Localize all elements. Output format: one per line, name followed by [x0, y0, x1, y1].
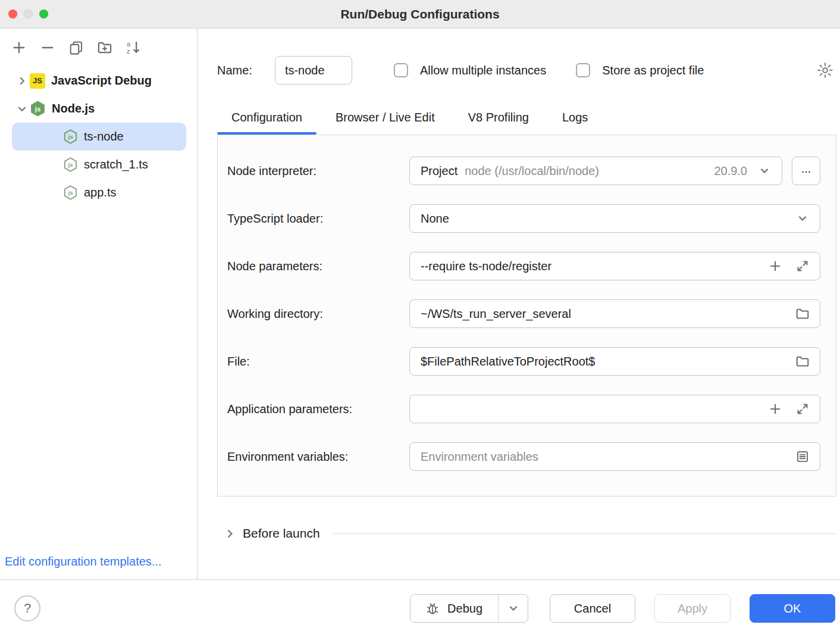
- application-parameters-label: Application parameters:: [227, 402, 409, 416]
- application-parameters-input[interactable]: [409, 395, 820, 423]
- node-interpreter-more-button[interactable]: ...: [792, 157, 820, 185]
- configurations-sidebar: az JS JavaScript Debug js: [0, 29, 198, 579]
- add-configuration-button[interactable]: [7, 37, 31, 58]
- before-launch-section[interactable]: Before launch: [217, 526, 836, 541]
- nodejs-config-icon: js: [63, 185, 78, 201]
- dialog-footer: ? Debug Cancel Apply OK: [0, 579, 840, 637]
- configuration-form-panel: Node interpreter: Project node (/usr/loc…: [217, 135, 836, 497]
- tree-item-app-ts[interactable]: js app.ts: [0, 179, 197, 207]
- close-button[interactable]: [8, 10, 17, 18]
- node-interpreter-version: 20.9.0: [714, 164, 747, 178]
- tree-item-ts-node[interactable]: js ts-node: [12, 123, 186, 151]
- chevron-down-icon[interactable]: [792, 208, 813, 229]
- configurations-tree: JS JavaScript Debug js Node.js js: [0, 67, 197, 207]
- apply-button: Apply: [654, 594, 731, 623]
- typescript-loader-dropdown[interactable]: None: [409, 204, 820, 233]
- bug-icon: [425, 601, 440, 616]
- dialog-body: az JS JavaScript Debug js: [0, 29, 840, 579]
- edit-configuration-templates-link[interactable]: Edit configuration templates...: [5, 554, 165, 570]
- working-directory-label: Working directory:: [227, 307, 409, 321]
- name-row: Name: Allow multiple instances Store as …: [217, 56, 836, 85]
- typescript-loader-value: None: [421, 212, 449, 226]
- node-parameters-input[interactable]: --require ts-node/register: [409, 252, 820, 280]
- chevron-down-icon: [507, 602, 519, 614]
- nodejs-config-icon: js: [63, 157, 78, 173]
- add-macro-icon[interactable]: [765, 399, 785, 419]
- debug-options-chevron[interactable]: [498, 595, 528, 622]
- store-as-project-file-option[interactable]: Store as project file: [576, 63, 704, 77]
- copy-configuration-button[interactable]: [64, 37, 88, 58]
- node-parameters-value: --require ts-node/register: [421, 260, 551, 273]
- folder-browse-icon[interactable]: [792, 351, 813, 371]
- allow-multiple-instances-label: Allow multiple instances: [420, 64, 546, 77]
- traffic-lights: [8, 0, 48, 28]
- tab-logs[interactable]: Logs: [548, 111, 602, 135]
- allow-multiple-instances-option[interactable]: Allow multiple instances: [394, 63, 546, 77]
- store-settings-gear-button[interactable]: [816, 61, 834, 79]
- svg-text:a: a: [127, 40, 130, 48]
- new-folder-icon: [97, 40, 112, 55]
- debug-button-label: Debug: [447, 602, 482, 616]
- zoom-button[interactable]: [39, 10, 48, 18]
- javascript-icon: JS: [30, 73, 45, 89]
- svg-text:z: z: [127, 48, 130, 55]
- expand-editor-icon[interactable]: [792, 399, 813, 419]
- tree-item-nodejs[interactable]: js Node.js: [0, 95, 197, 123]
- help-button[interactable]: ?: [14, 595, 40, 622]
- environment-variables-input[interactable]: [421, 450, 785, 464]
- svg-text:js: js: [67, 133, 73, 140]
- sort-configurations-button[interactable]: az: [121, 37, 145, 58]
- file-value: $FilePathRelativeToProjectRoot$: [421, 355, 595, 369]
- file-label: File:: [227, 355, 409, 369]
- section-divider: [333, 533, 836, 534]
- ok-button[interactable]: OK: [750, 594, 835, 623]
- debug-button[interactable]: Debug: [410, 595, 498, 622]
- tree-item-javascript-debug[interactable]: JS JavaScript Debug: [0, 67, 197, 95]
- run-debug-configurations-dialog: Run/Debug Configurations az: [0, 0, 840, 637]
- tree-item-label: Node.js: [52, 102, 95, 115]
- tab-browser-live-edit[interactable]: Browser / Live Edit: [321, 111, 449, 135]
- name-input[interactable]: [275, 56, 352, 85]
- folder-browse-icon[interactable]: [792, 304, 813, 324]
- chevron-down-icon[interactable]: [754, 161, 775, 181]
- cancel-button[interactable]: Cancel: [550, 594, 635, 623]
- working-directory-value: ~/WS/ts_run_server_several: [421, 307, 571, 321]
- chevron-right-icon[interactable]: [224, 528, 236, 539]
- svg-text:js: js: [67, 161, 73, 168]
- before-launch-label: Before launch: [243, 526, 320, 541]
- svg-text:js: js: [67, 189, 73, 196]
- typescript-loader-row: TypeScript loader: None: [227, 204, 820, 233]
- tree-item-label: JavaScript Debug: [51, 74, 152, 88]
- help-label: ?: [24, 601, 31, 616]
- edit-variables-icon[interactable]: [792, 446, 813, 467]
- remove-configuration-button[interactable]: [36, 37, 59, 58]
- debug-split-button: Debug: [410, 594, 528, 623]
- expand-editor-icon[interactable]: [792, 256, 813, 276]
- add-macro-icon[interactable]: [765, 256, 785, 276]
- minus-icon: [40, 40, 55, 55]
- typescript-loader-label: TypeScript loader:: [227, 212, 409, 226]
- name-label: Name:: [217, 64, 252, 77]
- tree-item-label: ts-node: [84, 130, 124, 143]
- configuration-tabs: Configuration Browser / Live Edit V8 Pro…: [217, 111, 836, 135]
- tree-item-scratch-1-ts[interactable]: js scratch_1.ts: [0, 151, 197, 179]
- node-interpreter-combobox[interactable]: Project node (/usr/local/bin/node) 20.9.…: [409, 157, 782, 185]
- tab-configuration[interactable]: Configuration: [217, 111, 316, 135]
- chevron-right-icon[interactable]: [14, 76, 30, 86]
- node-parameters-label: Node parameters:: [227, 260, 409, 273]
- window-title: Run/Debug Configurations: [340, 7, 499, 21]
- working-directory-input[interactable]: ~/WS/ts_run_server_several: [409, 299, 820, 328]
- configuration-editor: Name: Allow multiple instances Store as …: [198, 29, 840, 579]
- environment-variables-field[interactable]: [409, 442, 820, 471]
- environment-variables-row: Environment variables:: [227, 442, 820, 471]
- allow-multiple-instances-checkbox[interactable]: [394, 63, 408, 77]
- node-interpreter-row: Node interpreter: Project node (/usr/loc…: [227, 157, 820, 185]
- store-as-project-file-checkbox[interactable]: [576, 63, 590, 77]
- file-input[interactable]: $FilePathRelativeToProjectRoot$: [409, 347, 820, 376]
- new-folder-button[interactable]: [93, 37, 117, 58]
- sidebar-toolbar: az: [0, 29, 197, 67]
- tab-v8-profiling[interactable]: V8 Profiling: [454, 111, 543, 135]
- chevron-down-icon[interactable]: [14, 104, 30, 114]
- tree-item-label: scratch_1.ts: [84, 158, 148, 171]
- file-row: File: $FilePathRelativeToProjectRoot$: [227, 347, 820, 376]
